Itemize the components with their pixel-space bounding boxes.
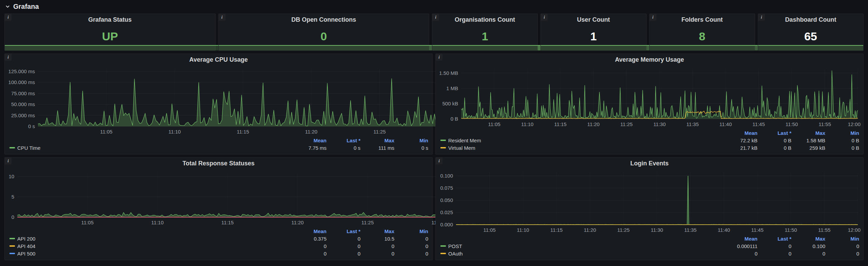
legend-swatch-icon [440,147,446,148]
panel-info-icon[interactable]: i [5,158,12,164]
legend-stat-value: 1.58 MB [791,138,825,143]
legend-sort-mean[interactable]: Mean [724,130,757,136]
svg-text:11:20: 11:20 [291,220,303,225]
stat-body: 1 [432,25,537,50]
stat-sparkline [758,25,863,50]
legend-stat-value: 0 [394,243,428,249]
panel-info-icon[interactable]: i [5,14,12,21]
svg-text:11:50: 11:50 [785,227,797,233]
legend-swatch-icon [440,140,446,141]
legend-series-api-500[interactable]: API 500 [9,251,293,257]
panel-info-icon[interactable]: i [436,158,442,164]
panel-title-chart-avg-cpu-usage[interactable]: Average CPU Usage [189,56,248,63]
panel-title-stat-user-count[interactable]: User Count [577,16,610,23]
stats-row: iGrafana StatusUPiDB Open Connections0iO… [4,14,864,51]
legend-sort-max[interactable]: Max [360,228,394,234]
panel-info-icon[interactable]: i [650,14,656,21]
panel-title-chart-total-response-statuses[interactable]: Total Response Statuses [182,160,255,167]
svg-text:0 s: 0 s [28,123,35,129]
svg-text:0.075: 0.075 [440,185,453,191]
svg-text:125.000 ms: 125.000 ms [8,68,35,74]
legend-stat-value: 0 [293,243,327,249]
legend-row-virtual-mem: Virtual Mem21.7 kB0 B259 kB0 B [440,144,859,151]
legend-sort-min[interactable]: Min [825,236,859,242]
legend-sort-last[interactable]: Last * [757,236,791,242]
panel-header: Average Memory Usage [436,54,863,65]
svg-text:0.050: 0.050 [440,197,453,203]
svg-text:11:25: 11:25 [617,227,630,233]
legend-sort-last[interactable]: Last * [757,130,791,136]
panel-header: Login Events [436,158,863,169]
svg-text:0.000: 0.000 [440,222,453,227]
svg-text:11:10: 11:10 [521,121,533,127]
panel-header: Total Response Statuses [5,158,432,169]
panel-title-stat-dashboard-count[interactable]: Dashboard Count [785,16,836,23]
panel-info-icon[interactable]: i [758,14,765,21]
charts-row-top: iAverage CPU Usage0 s25.000 ms50.000 ms7… [4,54,864,155]
panel-title-stat-organisations-count[interactable]: Organisations Count [455,16,515,23]
legend-series-api-200[interactable]: API 200 [9,236,293,242]
panel-info-icon[interactable]: i [219,14,225,21]
legend-series-cpu-time[interactable]: CPU Time [9,145,293,151]
panel-info-icon[interactable]: i [5,54,12,61]
legend-sort-last[interactable]: Last * [327,138,360,143]
legend-sort-max[interactable]: Max [360,138,394,143]
legend-series-name: POST [448,243,462,249]
panel-info-icon[interactable]: i [436,54,442,61]
svg-text:10: 10 [9,173,15,179]
svg-text:1.50 MB: 1.50 MB [439,70,458,76]
svg-text:11:15: 11:15 [221,220,234,225]
svg-text:11:05: 11:05 [484,227,496,233]
legend-sort-min[interactable]: Min [394,228,428,234]
svg-text:11:05: 11:05 [488,121,500,127]
legend-stat-value: 0.000111 [724,243,757,249]
legend-series-resident-mem[interactable]: Resident Mem [440,138,724,143]
svg-text:11:35: 11:35 [684,227,696,233]
legend-series-virtual-mem[interactable]: Virtual Mem [440,145,724,151]
svg-text:11:55: 11:55 [818,227,830,233]
panel-stat-organisations-count: iOrganisations Count1 [432,14,538,51]
svg-text:11:30: 11:30 [653,121,666,127]
panel-title-chart-avg-memory-usage[interactable]: Average Memory Usage [615,56,684,63]
legend-sort-min[interactable]: Min [394,138,428,143]
legend-series-post[interactable]: POST [440,243,724,249]
chart-plot-login-events[interactable]: 0.0000.0250.0500.0750.10011:0511:1011:15… [436,169,863,235]
svg-text:12:00: 12:00 [848,227,861,233]
legend-sort-last[interactable]: Last * [327,228,360,234]
legend-sort-max[interactable]: Max [791,130,825,136]
legend-series-api-404[interactable]: API 404 [9,243,293,249]
panel-title-stat-folders-count[interactable]: Folders Count [682,16,723,23]
dashboard-row-header[interactable]: Grafana [4,2,864,11]
legend-series-name: CPU Time [17,145,40,151]
legend-row-cpu-time: CPU Time7.75 ms0 s111 ms0 s [9,144,428,151]
svg-text:75.000 ms: 75.000 ms [11,90,35,96]
legend-stat-value: 0 [327,243,360,249]
legend-stat-value: 0 [791,251,825,257]
legend-series-oauth[interactable]: OAuth [440,251,724,257]
panel-chart-avg-cpu-usage: iAverage CPU Usage0 s25.000 ms50.000 ms7… [4,54,433,155]
chart-plot-avg-memory-usage[interactable]: 0 B500 kB1 MB1.50 MB11:0511:1011:1511:20… [436,65,863,129]
legend-sort-min[interactable]: Min [825,130,859,136]
panel-title-chart-login-events[interactable]: Login Events [630,160,669,167]
legend-stat-value: 0 [825,243,859,249]
legend-sort-mean[interactable]: Mean [293,228,327,234]
panel-title-stat-db-open-connections[interactable]: DB Open Connections [291,16,356,23]
svg-text:0.100: 0.100 [440,173,453,179]
svg-text:11:45: 11:45 [751,227,764,233]
legend-series-name: Virtual Mem [448,145,475,151]
grafana-dashboard: Grafana iGrafana StatusUPiDB Open Connec… [0,0,868,266]
svg-text:11:40: 11:40 [719,121,732,127]
svg-text:11:10: 11:10 [517,227,529,233]
panel-title-stat-grafana-status[interactable]: Grafana Status [88,16,132,23]
legend-series-name: API 500 [17,251,35,257]
panel-info-icon[interactable]: i [541,14,548,21]
svg-text:5: 5 [12,194,14,200]
legend-sort-mean[interactable]: Mean [293,138,327,143]
panel-stat-user-count: iUser Count1 [540,14,646,51]
legend-sort-max[interactable]: Max [791,236,825,242]
legend-row-api-200: API 2000.375010.50 [9,235,428,242]
legend-sort-mean[interactable]: Mean [724,236,757,242]
stat-body: 65 [758,25,863,50]
panel-info-icon[interactable]: i [432,14,439,21]
stat-body: 0 [219,25,429,50]
